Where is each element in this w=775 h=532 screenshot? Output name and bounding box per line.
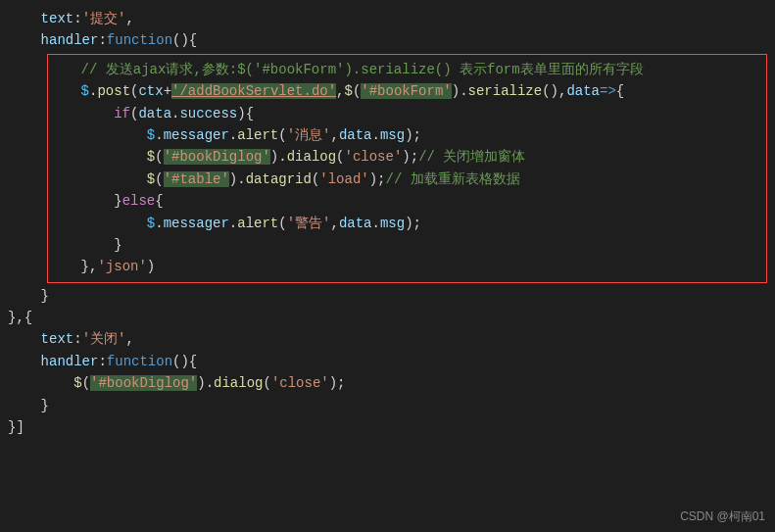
code-line: $('#table').datagrid('load');// 加载重新表格数据 bbox=[48, 169, 766, 190]
code-line: if(data.success){ bbox=[48, 103, 766, 124]
code-line: $.messager.alert('消息',data.msg); bbox=[48, 124, 766, 146]
code-line: }else{ bbox=[48, 190, 766, 212]
code-line: $.post(ctx+'/addBookServlet.do',$('#book… bbox=[48, 80, 766, 102]
code-line: } bbox=[0, 395, 775, 416]
code-line: handler:function(){ bbox=[0, 351, 775, 372]
code-line: handler:function(){ bbox=[0, 29, 775, 51]
code-line: }] bbox=[0, 416, 775, 438]
code-line: },{ bbox=[0, 307, 775, 328]
code-line: $('#bookDiglog').dialog('close');// 关闭增加… bbox=[48, 146, 766, 168]
code-line: $('#bookDiglog').dialog('close'); bbox=[0, 372, 775, 394]
watermark: CSDN @柯南01 bbox=[680, 508, 765, 526]
code-line: text:'提交', bbox=[0, 8, 775, 29]
code-line: },'json') bbox=[48, 256, 766, 277]
code-line: } bbox=[0, 285, 775, 307]
code-line: // 发送ajax请求,参数:$('#bookForm').serialize(… bbox=[48, 59, 766, 80]
code-line: $.messager.alert('警告',data.msg); bbox=[48, 213, 766, 234]
code-line: } bbox=[48, 234, 766, 256]
highlighted-code-block: // 发送ajax请求,参数:$('#bookForm').serialize(… bbox=[47, 54, 767, 283]
code-line: text:'关闭', bbox=[0, 328, 775, 350]
